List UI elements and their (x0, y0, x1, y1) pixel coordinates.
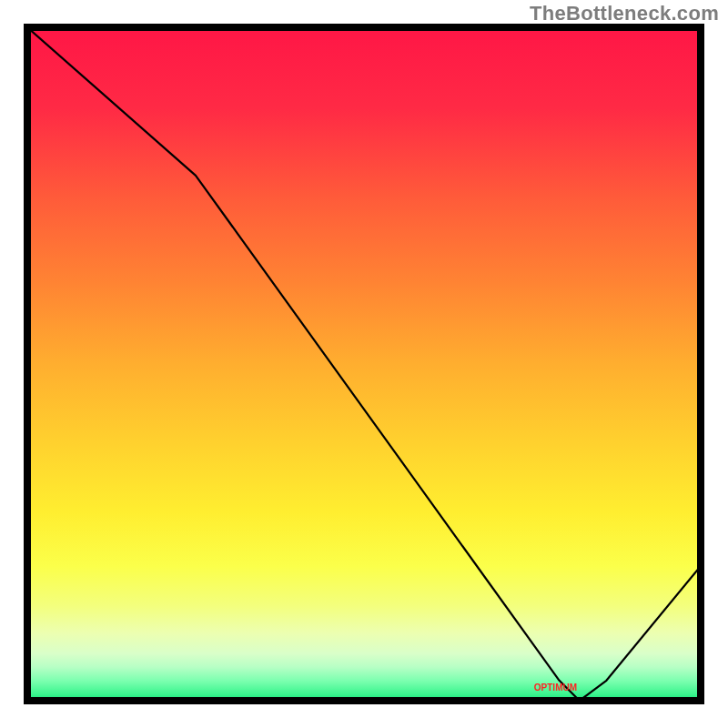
plot-background (27, 27, 701, 701)
chart-container: TheBottleneck.com (0, 0, 728, 728)
optimum-annotation: OPTIMUM (534, 682, 577, 693)
bottleneck-chart (0, 0, 728, 728)
